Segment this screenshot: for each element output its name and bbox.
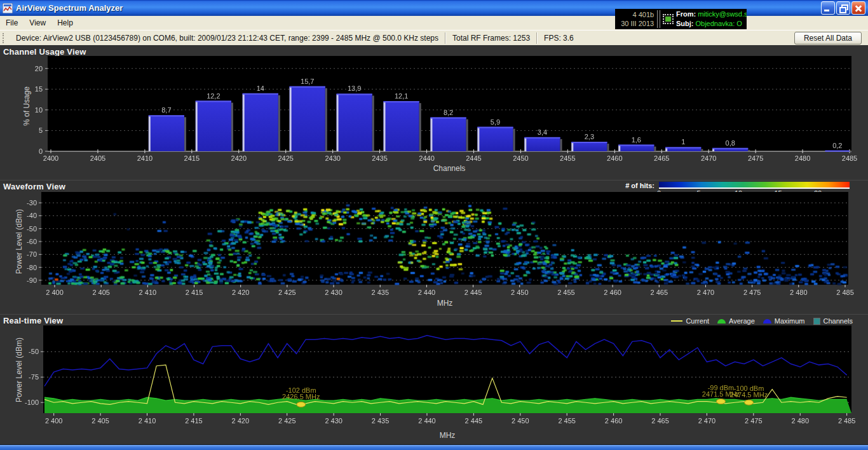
- close-button[interactable]: [851, 1, 865, 15]
- window-controls: [821, 1, 865, 15]
- channels-swatch-icon: [813, 318, 820, 325]
- minimize-icon: [824, 10, 829, 11]
- channel-usage-chart: [0, 56, 868, 163]
- realtime-title: Real-time View: [3, 316, 63, 325]
- waveform-title: Waveform View: [3, 182, 65, 191]
- menu-file[interactable]: File: [0, 17, 24, 29]
- average-area-icon: [717, 319, 726, 324]
- maximum-area-icon: [763, 319, 771, 324]
- notification-date: 30 III 2013: [615, 19, 654, 28]
- legend-maximum: Maximum: [775, 317, 805, 325]
- app-icon: [3, 3, 13, 13]
- mail-stamp-icon: [663, 14, 674, 24]
- reset-all-data-button[interactable]: Reset All Data: [794, 32, 862, 44]
- taskbar-edge[interactable]: [0, 444, 868, 450]
- waveform-chart: [0, 192, 868, 299]
- realtime-xlabel: MHz: [440, 431, 456, 440]
- waveform-xlabel: MHz: [437, 299, 453, 308]
- minimize-button[interactable]: [821, 1, 835, 15]
- status-toolbar: Device: AirView2 USB (0123456789) on COM…: [0, 30, 868, 46]
- notification-divider: [657, 10, 660, 28]
- toolbar-grip[interactable]: [3, 33, 6, 43]
- restore-button[interactable]: [836, 1, 850, 15]
- realtime-legend: Current Average Maximum Channels: [671, 317, 853, 325]
- legend-average: Average: [729, 317, 755, 325]
- from-label: From:: [676, 10, 696, 18]
- notification-counter: 4 401b: [615, 10, 654, 19]
- fps-indicator: FPS: 3.6: [538, 34, 580, 43]
- hits-legend-label: # of hits:: [625, 182, 654, 189]
- realtime-chart: [0, 325, 868, 427]
- from-value: miticky@swsd.s: [698, 10, 747, 18]
- legend-channels: Channels: [824, 317, 853, 325]
- window-title: AirView Spectrum Analyzer: [16, 3, 123, 13]
- subj-label: Subj:: [676, 20, 694, 27]
- hits-colorbar: [659, 182, 850, 189]
- mail-notification-popup[interactable]: 4 401b 30 III 2013 From: miticky@swsd.s …: [615, 9, 747, 29]
- app-window: AirView Spectrum Analyzer File View Help…: [0, 0, 868, 450]
- legend-current: Current: [686, 317, 709, 325]
- rf-frames-count: Total RF Frames: 1253: [446, 34, 536, 43]
- channel-usage-title: Channel Usage View: [3, 47, 86, 57]
- subj-value: Objednavka: O: [695, 20, 742, 27]
- channel-usage-xlabel: Channels: [433, 164, 466, 173]
- device-info: Device: AirView2 USB (0123456789) on COM…: [10, 34, 445, 43]
- menu-view[interactable]: View: [24, 17, 51, 29]
- current-line-icon: [671, 320, 682, 322]
- notification-datetime: 4 401b 30 III 2013: [615, 10, 657, 28]
- menu-help[interactable]: Help: [51, 17, 79, 29]
